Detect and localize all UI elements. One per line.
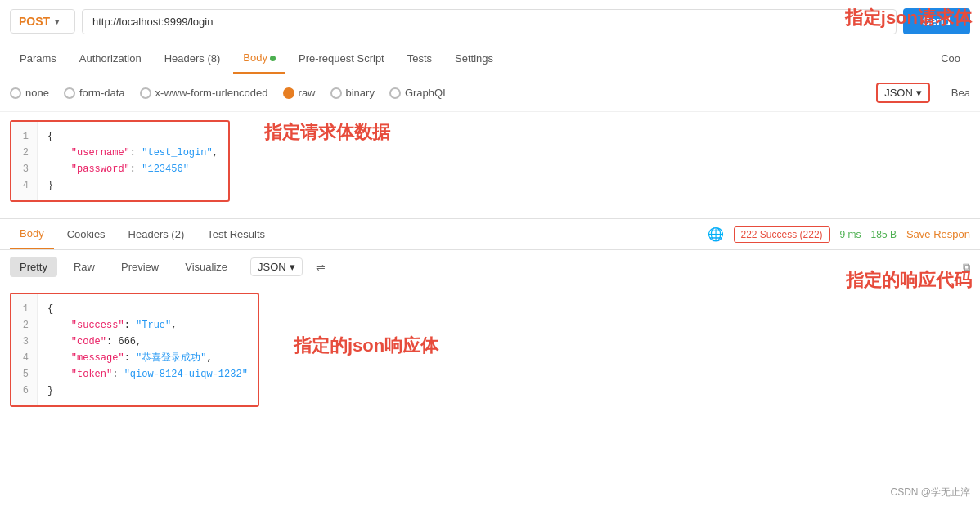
radio-circle-graphql: [389, 87, 401, 99]
status-section: 🌐 222 Success (222) 9 ms 185 B Save Resp…: [708, 226, 971, 243]
status-badge: 222 Success (222): [734, 226, 830, 243]
tab-headers[interactable]: Headers (8): [155, 44, 231, 73]
radio-circle-formdata: [64, 87, 75, 99]
beautify-text: Bea: [951, 87, 970, 99]
response-code-area[interactable]: 1 2 3 4 5 6 { "success": "True", "code":…: [10, 293, 259, 407]
annotation-request-middle: 指定请求体数据: [264, 120, 390, 145]
tab-overflow[interactable]: Coo: [931, 44, 970, 73]
radio-formdata[interactable]: form-data: [64, 87, 125, 99]
radio-label-graphql: GraphQL: [405, 87, 448, 99]
chevron-down-icon: ▾: [55, 17, 59, 26]
radio-raw[interactable]: raw: [283, 87, 316, 99]
resp-tab-headers[interactable]: Headers (2): [119, 220, 195, 249]
radio-circle-raw: [283, 87, 294, 99]
request-code-content: { "username": "test_login", "password": …: [38, 122, 228, 200]
request-code-area[interactable]: 1 2 3 4 { "username": "test_login", "pas…: [10, 120, 230, 202]
radio-label-none: none: [25, 87, 49, 99]
response-tabs-bar: Body Cookies Headers (2) Test Results 🌐 …: [0, 218, 980, 250]
resp-format-preview[interactable]: Preview: [111, 257, 169, 277]
annotation-request-right: 指定json请求体: [845, 6, 972, 30]
resp-json-chevron-icon: ▾: [290, 261, 295, 273]
method-text: POST: [19, 15, 50, 28]
body-type-row: none form-data x-www-form-urlencoded raw…: [0, 74, 980, 112]
tab-tests[interactable]: Tests: [398, 44, 442, 73]
response-line-numbers: 1 2 3 4 5 6: [11, 294, 38, 405]
resp-format-row: Pretty Raw Preview Visualize JSON ▾ ⇌ ⧉: [0, 250, 980, 284]
response-section: 1 2 3 4 5 6 { "success": "True", "code":…: [0, 284, 980, 423]
resp-time: 9 ms: [840, 229, 861, 240]
body-active-dot: [270, 56, 276, 61]
json-select-label: JSON: [884, 87, 913, 99]
resp-tab-test-results[interactable]: Test Results: [197, 220, 275, 249]
json-select[interactable]: JSON ▾: [876, 83, 930, 103]
radio-graphql[interactable]: GraphQL: [389, 87, 448, 99]
radio-circle-none: [10, 87, 21, 99]
annotation-response-middle: 指定的json响应体: [294, 334, 438, 358]
json-chevron-icon: ▾: [916, 87, 922, 99]
radio-label-formdata: form-data: [79, 87, 125, 99]
method-select[interactable]: POST ▾: [10, 9, 75, 34]
radio-label-urlencoded: x-www-form-urlencoded: [155, 87, 268, 99]
radio-label-raw: raw: [299, 87, 316, 99]
resp-format-visualize[interactable]: Visualize: [175, 257, 237, 277]
radio-urlencoded[interactable]: x-www-form-urlencoded: [140, 87, 268, 99]
tab-params[interactable]: Params: [10, 44, 66, 73]
radio-none[interactable]: none: [10, 87, 49, 99]
tab-authorization[interactable]: Authorization: [70, 44, 151, 73]
resp-tab-body[interactable]: Body: [10, 219, 54, 249]
request-tabs: Params Authorization Headers (8) Body Pr…: [0, 43, 980, 74]
radio-label-binary: binary: [346, 87, 375, 99]
radio-binary[interactable]: binary: [330, 87, 375, 99]
save-response-button[interactable]: Save Respon: [906, 228, 970, 240]
resp-json-select[interactable]: JSON ▾: [250, 257, 303, 276]
request-section: 1 2 3 4 { "username": "test_login", "pas…: [0, 112, 980, 218]
top-bar: POST ▾ Send: [0, 0, 980, 43]
response-code-content: { "success": "True", "code": 666, "messa…: [38, 294, 258, 405]
tab-prerequest[interactable]: Pre-request Script: [289, 44, 394, 73]
radio-circle-urlencoded: [140, 87, 151, 99]
resp-json-label: JSON: [258, 261, 286, 273]
filter-icon[interactable]: ⇌: [316, 261, 326, 274]
radio-circle-binary: [330, 87, 342, 99]
resp-tab-cookies[interactable]: Cookies: [57, 220, 115, 249]
resp-format-raw[interactable]: Raw: [64, 257, 105, 277]
resp-size: 185 B: [871, 229, 897, 240]
resp-format-pretty[interactable]: Pretty: [10, 257, 57, 277]
tab-body[interactable]: Body: [233, 43, 285, 74]
request-line-numbers: 1 2 3 4: [11, 122, 38, 200]
annotation-response-right: 指定的响应代码: [846, 268, 972, 293]
globe-icon: 🌐: [708, 226, 724, 242]
tab-settings[interactable]: Settings: [445, 44, 503, 73]
url-input[interactable]: [82, 9, 897, 34]
